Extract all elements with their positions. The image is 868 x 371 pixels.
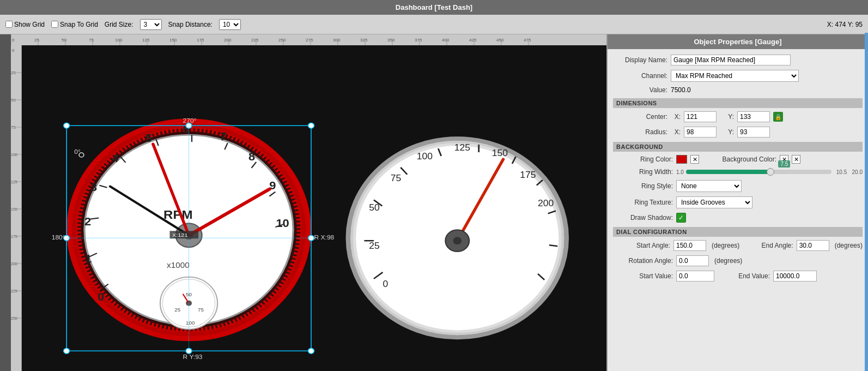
svg-text:75: 75 bbox=[89, 38, 94, 43]
svg-text:0: 0 bbox=[12, 48, 15, 53]
svg-text:100: 100 bbox=[417, 152, 433, 161]
svg-text:225: 225 bbox=[11, 289, 17, 293]
snap-distance-label: Snap Distance: bbox=[168, 21, 213, 28]
draw-shadow-checkbox[interactable]: ✓ bbox=[676, 213, 686, 223]
props-title: Object Properties [Gauge] bbox=[608, 34, 868, 49]
value-label: Value: bbox=[613, 86, 667, 94]
svg-text:475: 475 bbox=[524, 38, 531, 43]
svg-text:200: 200 bbox=[11, 262, 17, 266]
snap-to-grid-checkbox[interactable] bbox=[51, 21, 58, 28]
lock-icon[interactable]: 🔒 bbox=[773, 112, 783, 122]
grid-size-select[interactable]: 3 124510 bbox=[140, 19, 162, 30]
svg-text:x1000: x1000 bbox=[167, 261, 190, 270]
svg-text:425: 425 bbox=[469, 38, 477, 43]
svg-text:175: 175 bbox=[11, 235, 17, 238]
svg-text:75: 75 bbox=[11, 125, 16, 130]
ring-width-slider[interactable] bbox=[686, 170, 831, 174]
draw-shadow-row: Draw Shadow: ✓ bbox=[613, 213, 863, 223]
properties-panel: Object Properties [Gauge] Display Name: … bbox=[606, 34, 868, 371]
svg-text:100: 100 bbox=[115, 38, 123, 43]
svg-text:100: 100 bbox=[11, 153, 17, 157]
center-row: Center: X: Y: 🔒 bbox=[613, 111, 863, 122]
start-value-input[interactable] bbox=[676, 271, 714, 282]
svg-text:450: 450 bbox=[496, 38, 504, 43]
canvas-content[interactable]: 0 25 50 75 100 125 150 175 200 bbox=[11, 45, 606, 371]
ruler-top: 0 25 50 75 100 125 150 175 200 225 bbox=[11, 34, 606, 45]
svg-text:125: 125 bbox=[454, 143, 470, 153]
ring-style-select[interactable]: None Solid Dashed bbox=[676, 180, 742, 192]
svg-text:X:121: X:121 bbox=[172, 232, 188, 238]
ring-width-max: 20.0 bbox=[852, 169, 863, 175]
svg-text:400: 400 bbox=[442, 38, 450, 43]
ring-color-swatch[interactable] bbox=[676, 155, 687, 164]
scroll-bar[interactable] bbox=[865, 34, 868, 371]
svg-text:4: 4 bbox=[112, 152, 119, 164]
svg-text:180°: 180° bbox=[52, 235, 65, 241]
center-label: Center: bbox=[613, 113, 667, 121]
svg-text:2: 2 bbox=[84, 216, 91, 228]
start-angle-label: Start Angle: bbox=[613, 242, 670, 249]
svg-text:275: 275 bbox=[306, 38, 313, 43]
rotation-angle-row: Rotation Angle: (degrees) bbox=[613, 255, 863, 266]
radius-y-input[interactable] bbox=[737, 127, 770, 137]
ring-color-row: Ring Color: ✕ Background Color: ✕ ✕ bbox=[613, 155, 863, 164]
toolbar: Show Grid Snap To Grid Grid Size: 3 1245… bbox=[0, 15, 868, 34]
svg-text:225: 225 bbox=[251, 38, 259, 43]
end-angle-label: End Angle: bbox=[751, 242, 793, 249]
show-grid-label[interactable]: Show Grid bbox=[5, 21, 45, 28]
ring-color-x-btn[interactable]: ✕ bbox=[690, 155, 699, 164]
ring-color-label: Ring Color: bbox=[613, 155, 673, 163]
svg-text:200: 200 bbox=[224, 38, 232, 43]
svg-text:25: 25 bbox=[174, 307, 180, 312]
rotation-angle-input[interactable] bbox=[676, 255, 709, 266]
svg-text:25: 25 bbox=[11, 70, 16, 75]
rotation-angle-unit: (degrees) bbox=[714, 257, 742, 265]
svg-point-150 bbox=[453, 237, 462, 244]
ruler-left: 0 25 50 75 100 125 150 175 200 bbox=[11, 45, 22, 371]
svg-point-111 bbox=[64, 348, 70, 354]
svg-text:350: 350 bbox=[387, 38, 395, 43]
value-display: 7500.0 bbox=[671, 86, 691, 94]
draw-shadow-label: Draw Shadow: bbox=[613, 214, 673, 222]
svg-text:0: 0 bbox=[98, 291, 104, 303]
ring-texture-select[interactable]: Inside Grooves None Outside Grooves bbox=[676, 196, 752, 208]
channel-select[interactable]: Max RPM Reached bbox=[671, 70, 799, 82]
svg-text:8: 8 bbox=[248, 151, 255, 163]
start-angle-input[interactable] bbox=[673, 240, 706, 251]
ring-texture-row: Ring Texture: Inside Grooves None Outsid… bbox=[613, 196, 863, 208]
end-value-input[interactable] bbox=[773, 271, 817, 282]
svg-point-108 bbox=[308, 123, 314, 128]
bg-color-x-btn[interactable]: ✕ bbox=[792, 155, 800, 164]
radius-x-input[interactable] bbox=[684, 127, 717, 137]
display-name-input[interactable] bbox=[671, 55, 791, 65]
svg-text:75: 75 bbox=[198, 307, 204, 312]
drawing-area[interactable]: 0 1 2 3 4 5 6 7 8 9 10 RPM x1000 bbox=[22, 45, 606, 371]
svg-text:10: 10 bbox=[276, 217, 289, 229]
ring-width-min: 1.0 bbox=[676, 169, 684, 175]
svg-text:300: 300 bbox=[333, 38, 341, 43]
ring-style-row: Ring Style: None Solid Dashed bbox=[613, 180, 863, 192]
channel-row: Channel: Max RPM Reached bbox=[613, 70, 863, 82]
snap-distance-select[interactable]: 10 51520 bbox=[219, 19, 241, 30]
center-x-input[interactable] bbox=[684, 111, 717, 122]
svg-text:1: 1 bbox=[85, 253, 92, 265]
ring-style-label: Ring Style: bbox=[613, 182, 673, 190]
canvas-area[interactable]: 0 25 50 75 100 125 150 175 200 225 bbox=[0, 34, 606, 371]
show-grid-checkbox[interactable] bbox=[5, 21, 13, 28]
svg-text:150: 150 bbox=[169, 38, 177, 43]
svg-text:50: 50 bbox=[11, 98, 16, 103]
center-y-input[interactable] bbox=[737, 111, 770, 122]
bg-color-label: Background Color: bbox=[711, 155, 776, 163]
display-name-label: Display Name: bbox=[613, 56, 667, 64]
svg-text:25: 25 bbox=[34, 38, 39, 43]
display-name-row: Display Name: bbox=[613, 55, 863, 65]
svg-point-106 bbox=[64, 123, 70, 128]
ring-width-mid: 10.5 bbox=[834, 169, 850, 175]
end-angle-unit: (degrees) bbox=[835, 242, 863, 249]
snap-to-grid-label[interactable]: Snap To Grid bbox=[51, 21, 98, 28]
svg-text:375: 375 bbox=[415, 38, 422, 43]
svg-text:5: 5 bbox=[145, 132, 153, 144]
dial-config-header: DIAL CONFIGURATION bbox=[613, 227, 863, 237]
end-angle-input[interactable] bbox=[797, 240, 829, 251]
svg-text:200: 200 bbox=[538, 198, 554, 208]
